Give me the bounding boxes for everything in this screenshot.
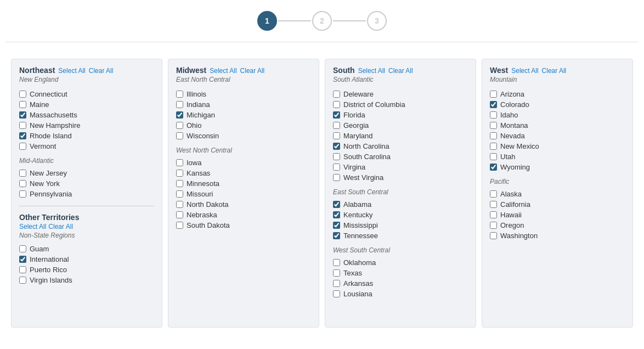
checkbox-wyoming[interactable] (490, 164, 497, 171)
checkbox-kentucky[interactable] (333, 211, 340, 218)
checkbox-west-virgina[interactable] (333, 174, 340, 181)
check-item-iowa[interactable]: Iowa (176, 157, 311, 168)
checkbox-guam[interactable] (19, 245, 26, 252)
checkbox-tennessee[interactable] (333, 232, 340, 239)
check-item-new-york[interactable]: New York (19, 178, 154, 189)
check-item-kansas[interactable]: Kansas (176, 168, 311, 178)
checkbox-connecticut[interactable] (19, 91, 26, 98)
check-item-virgina[interactable]: Virgina (333, 162, 468, 172)
check-item-colorado[interactable]: Colorado (490, 99, 625, 110)
checkbox-oklahoma[interactable] (333, 259, 340, 266)
checkbox-alaska[interactable] (490, 190, 497, 198)
clear-all-south[interactable]: Clear All (388, 67, 413, 75)
checkbox-utah[interactable] (490, 153, 497, 160)
select-all-south[interactable]: Select All (358, 67, 385, 75)
check-item-utah[interactable]: Utah (490, 151, 625, 162)
checkbox-nebraska[interactable] (176, 211, 183, 218)
check-item-rhode-island[interactable]: Rhode Island (19, 131, 154, 141)
check-item-connecticut[interactable]: Connecticut (19, 89, 154, 99)
check-item-south-carolina[interactable]: South Carolina (333, 151, 468, 162)
checkbox-virgina[interactable] (333, 164, 340, 171)
checkbox-north-carolina[interactable] (333, 143, 340, 150)
check-item-oklahoma[interactable]: Oklahoma (333, 257, 468, 268)
checkbox-montana[interactable] (490, 122, 497, 129)
checkbox-mississippi[interactable] (333, 222, 340, 229)
select-all-other[interactable]: Select All (19, 223, 46, 230)
check-item-maine[interactable]: Maine (19, 99, 154, 110)
check-item-international[interactable]: International (19, 254, 154, 264)
checkbox-new-hampshire[interactable] (19, 122, 26, 129)
checkbox-new-mexico[interactable] (490, 143, 497, 150)
check-item-tennessee[interactable]: Tennessee (333, 230, 468, 241)
check-item-hawaii[interactable]: Hawaii (490, 210, 625, 220)
checkbox-vermont[interactable] (19, 143, 26, 150)
check-item-ohio[interactable]: Ohio (176, 120, 311, 131)
check-item-vermont[interactable]: Vermont (19, 141, 154, 151)
check-item-maryland[interactable]: Maryland (333, 131, 468, 141)
check-item-missouri[interactable]: Missouri (176, 189, 311, 199)
checkbox-alabama[interactable] (333, 201, 340, 208)
check-item-pennsylvania[interactable]: Pennsylvania (19, 189, 154, 199)
clear-all-midwest[interactable]: Clear All (240, 67, 265, 75)
check-item-nebraska[interactable]: Nebraska (176, 210, 311, 220)
check-item-guam[interactable]: Guam (19, 244, 154, 254)
check-item-alabama[interactable]: Alabama (333, 199, 468, 210)
step-3[interactable]: 3 (367, 11, 387, 31)
check-item-oregon[interactable]: Oregon (490, 220, 625, 230)
check-item-idaho[interactable]: Idaho (490, 110, 625, 120)
check-item-kentucky[interactable]: Kentucky (333, 210, 468, 220)
check-item-puerto-rico[interactable]: Puerto Rico (19, 264, 154, 275)
checkbox-district-of-columbia[interactable] (333, 101, 340, 108)
checkbox-illinois[interactable] (176, 91, 183, 98)
checkbox-new-york[interactable] (19, 180, 26, 187)
checkbox-oregon[interactable] (490, 222, 497, 229)
checkbox-california[interactable] (490, 201, 497, 208)
checkbox-colorado[interactable] (490, 101, 497, 108)
check-item-west-virgina[interactable]: West Virgina (333, 172, 468, 183)
checkbox-hawaii[interactable] (490, 211, 497, 218)
check-item-new-hampshire[interactable]: New Hampshire (19, 120, 154, 131)
check-item-lousiana[interactable]: Lousiana (333, 289, 468, 299)
select-all-west[interactable]: Select All (511, 67, 538, 75)
checkbox-missouri[interactable] (176, 190, 183, 198)
checkbox-minnesota[interactable] (176, 180, 183, 187)
checkbox-international[interactable] (19, 256, 26, 263)
checkbox-maine[interactable] (19, 101, 26, 108)
check-item-indiana[interactable]: Indiana (176, 99, 311, 110)
checkbox-north-dakota[interactable] (176, 201, 183, 208)
check-item-virgin-islands[interactable]: Virgin Islands (19, 275, 154, 285)
check-item-texas[interactable]: Texas (333, 268, 468, 278)
checkbox-deleware[interactable] (333, 91, 340, 98)
check-item-mississippi[interactable]: Mississippi (333, 220, 468, 230)
checkbox-south-dakota[interactable] (176, 222, 183, 229)
checkbox-virgin-islands[interactable] (19, 277, 26, 284)
checkbox-nevada[interactable] (490, 132, 497, 139)
checkbox-lousiana[interactable] (333, 290, 340, 297)
check-item-california[interactable]: California (490, 199, 625, 210)
check-item-alaska[interactable]: Alaska (490, 189, 625, 199)
checkbox-washington[interactable] (490, 232, 497, 239)
check-item-michigan[interactable]: Michigan (176, 110, 311, 120)
check-item-minnesota[interactable]: Minnesota (176, 178, 311, 189)
checkbox-massachusetts[interactable] (19, 111, 26, 119)
checkbox-georgia[interactable] (333, 122, 340, 129)
select-all-northeast[interactable]: Select All (58, 67, 85, 75)
clear-all-west[interactable]: Clear All (542, 67, 567, 75)
step-1[interactable]: 1 (257, 11, 277, 31)
check-item-new-mexico[interactable]: New Mexico (490, 141, 625, 151)
check-item-wyoming[interactable]: Wyoming (490, 162, 625, 172)
check-item-deleware[interactable]: Deleware (333, 89, 468, 99)
check-item-nevada[interactable]: Nevada (490, 131, 625, 141)
checkbox-kansas[interactable] (176, 170, 183, 177)
checkbox-new-jersey[interactable] (19, 170, 26, 177)
check-item-district-of-columbia[interactable]: District of Columbia (333, 99, 468, 110)
checkbox-puerto-rico[interactable] (19, 266, 26, 273)
checkbox-indiana[interactable] (176, 101, 183, 108)
checkbox-arizona[interactable] (490, 91, 497, 98)
check-item-wisconsin[interactable]: Wisconsin (176, 131, 311, 141)
checkbox-florida[interactable] (333, 111, 340, 119)
checkbox-iowa[interactable] (176, 159, 183, 166)
check-item-new-jersey[interactable]: New Jersey (19, 168, 154, 178)
checkbox-rhode-island[interactable] (19, 132, 26, 139)
check-item-illinois[interactable]: Illinois (176, 89, 311, 99)
